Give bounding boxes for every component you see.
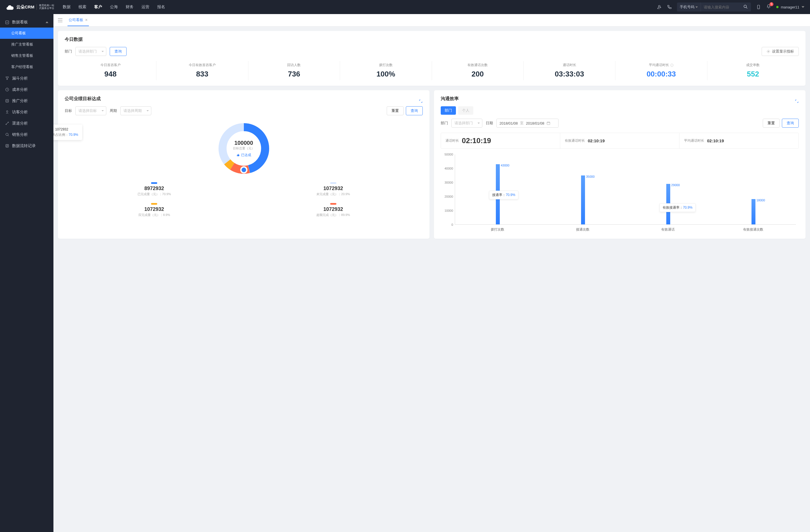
brand-logo: 云朵CRM 教育机构一站 式服务云平台 [6, 4, 54, 10]
sidebar-icon [5, 99, 9, 103]
calendar-icon [547, 121, 550, 125]
sidebar-item-4[interactable]: 渠道分析 [0, 118, 53, 129]
comm-stat-1: 有效通话时长02:10:19 [560, 133, 680, 148]
nav-财务[interactable]: 财务 [126, 4, 134, 10]
sidebar-icon [5, 132, 9, 137]
dept-label: 部门 [65, 49, 72, 54]
legend-item-0: 8972932已完成量（元）|70.9% [65, 182, 244, 196]
sidebar-icon [5, 76, 9, 80]
comm-dept-select[interactable]: 请选择部门 [451, 119, 482, 128]
comm-bar-chart: 01000020000300004000050000 4300035000290… [441, 152, 799, 233]
global-search[interactable]: 手机号码 [677, 2, 751, 12]
kpi-7: 成交单数552 [707, 61, 799, 80]
nav-报名[interactable]: 报名 [157, 4, 165, 10]
svg-point-10 [768, 51, 769, 52]
comm-tab-person[interactable]: 个人 [458, 106, 473, 115]
bar-0: 43000 [455, 154, 540, 225]
sidebar-item-1[interactable]: 成本分析 [0, 84, 53, 95]
comm-reset-button[interactable]: 重置 [763, 119, 780, 128]
today-title: 今日数据 [65, 36, 83, 43]
sidebar-sub-0[interactable]: 公司看板 [0, 28, 53, 39]
sidebar-item-2[interactable]: 推广分析 [0, 95, 53, 106]
sidebar-item-5[interactable]: 销售分析 [0, 129, 53, 140]
user-menu[interactable]: manager11 [776, 5, 804, 9]
svg-point-6 [6, 124, 7, 125]
sidebar-sub-3[interactable]: 客户经理看板 [0, 61, 53, 72]
search-icon [743, 4, 748, 9]
comm-stat-2: 平均通话时长02:10:19 [680, 133, 798, 148]
dashboard-icon [5, 20, 9, 24]
legend-item-1: 1072932未完成量（元）|20.9% [244, 182, 423, 196]
kpi-5: 通话时长03:33:03 [524, 61, 615, 80]
svg-rect-17 [547, 122, 550, 124]
svg-point-7 [8, 122, 9, 122]
goal-title: 公司业绩目标达成 [65, 96, 101, 102]
nav-数据[interactable]: 数据 [63, 4, 70, 10]
chevron-down-icon [801, 6, 804, 8]
comm-stat-0: 通话时长02:10:19 [441, 133, 560, 148]
date-range-input[interactable]: 2018/01/08 至 2018/01/08 [497, 119, 558, 128]
kpi-2: 回访人数736 [248, 61, 340, 80]
sidebar-icon [5, 110, 9, 114]
close-tab-icon[interactable]: ✕ [85, 18, 88, 22]
expand-icon[interactable] [419, 99, 423, 103]
info-icon [670, 64, 674, 67]
goal-panel: 公司业绩目标达成 目标 请选择目标 周期 请选择周期 重置 查询 [58, 90, 430, 239]
kpi-6: 平均通话时长00:00:33 [615, 61, 707, 80]
thumbs-up-icon [237, 153, 240, 156]
sidebar-group-dashboard[interactable]: 数据看板 [0, 17, 53, 28]
kpi-4: 有效通话次数200 [432, 61, 524, 80]
sidebar-icon [5, 144, 9, 148]
chevron-up-icon [46, 21, 48, 23]
goal-query-button[interactable]: 查询 [406, 106, 423, 115]
goal-reset-button[interactable]: 重置 [387, 106, 404, 115]
settings-metrics-button[interactable]: 设置显示指标 [762, 47, 799, 56]
tabs-menu-icon[interactable] [58, 18, 62, 22]
nav-客户[interactable]: 客户 [94, 4, 102, 10]
expand-icon[interactable] [795, 99, 799, 103]
nav-公海[interactable]: 公海 [110, 4, 118, 10]
chart-annotation-1: 有效接通率：70.9% [660, 203, 696, 212]
sidebar-item-0[interactable]: 漏斗分析 [0, 72, 53, 84]
sidebar-icon [5, 87, 9, 92]
legend-item-3: 1072932超额完成（元）|89.9% [244, 203, 423, 217]
svg-point-2 [758, 8, 759, 9]
nav-线索[interactable]: 线索 [79, 4, 86, 10]
bar-1: 35000 [540, 154, 626, 225]
nav-运营[interactable]: 运营 [142, 4, 149, 10]
sidebar-item-6[interactable]: 数据流转记录 [0, 140, 53, 151]
search-type-select[interactable]: 手机号码 [677, 2, 701, 12]
comm-query-button[interactable]: 查询 [782, 119, 799, 128]
sidebar-icon [5, 121, 9, 126]
notifications-button[interactable]: 5 [766, 4, 771, 10]
svg-point-8 [6, 133, 9, 135]
search-input[interactable] [701, 5, 740, 9]
dept-select[interactable]: 请选择部门 [75, 47, 106, 56]
gear-icon [766, 49, 770, 53]
notification-badge: 5 [770, 2, 774, 6]
donut-tooltip: 1072932 所占比例：70.9% [53, 124, 82, 140]
goal-period-select[interactable]: 请选择周期 [120, 106, 151, 115]
cloud-icon [6, 4, 14, 10]
sidebar-sub-1[interactable]: 推广主管看板 [0, 39, 53, 50]
bar-3: 18000 [711, 154, 796, 225]
mobile-icon[interactable] [756, 4, 761, 10]
add-user-icon[interactable] [657, 4, 662, 10]
chart-annotation-0: 接通率：70.9% [489, 190, 518, 199]
donut-center: 100000 目标总量（元） 已达成 [233, 140, 255, 157]
comm-tab-dept[interactable]: 部门 [441, 106, 456, 115]
tab-company-board[interactable]: 公司看板 ✕ [67, 14, 89, 26]
goal-target-select[interactable]: 请选择目标 [75, 106, 106, 115]
legend-item-2: 1072932应完成量（元）|8.9% [65, 203, 244, 217]
search-button[interactable] [740, 4, 751, 10]
status-dot-icon [776, 6, 778, 8]
sidebar-sub-2[interactable]: 销售主管看板 [0, 50, 53, 61]
kpi-1: 今日有效首咨客户833 [156, 61, 248, 80]
kpi-0: 今日首咨客户948 [65, 61, 156, 80]
brand-name: 云朵CRM [16, 4, 34, 10]
today-data-panel: 今日数据 部门 请选择部门 查询 设置显示指标 今日首咨客户948今日有效首咨客… [58, 31, 806, 86]
sidebar-item-3[interactable]: 访客分析 [0, 106, 53, 118]
phone-icon[interactable] [667, 4, 672, 10]
today-query-button[interactable]: 查询 [110, 47, 127, 56]
comm-panel: 沟通效率 部门 个人 部门 请选择部门 日期 2018/01/0 [434, 90, 806, 239]
